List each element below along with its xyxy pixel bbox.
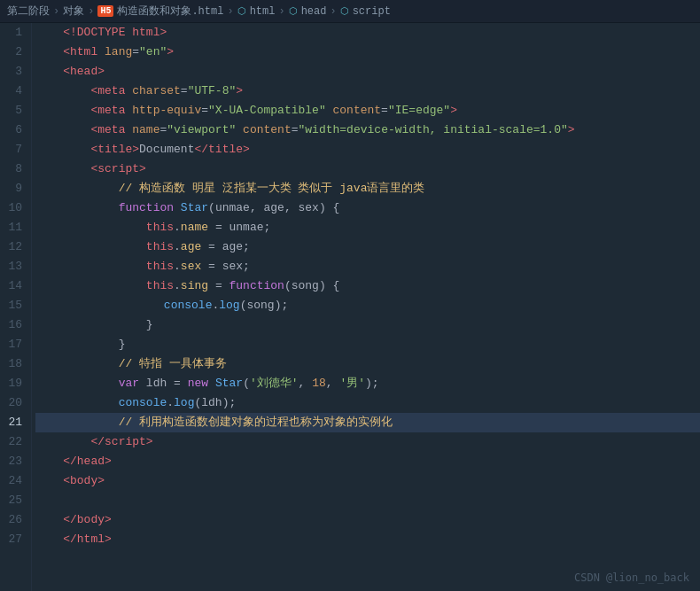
code-line-1: <!DOCTYPE html> (35, 23, 700, 43)
breadcrumb-item-2[interactable]: 对象 (63, 4, 84, 19)
line-num-21: 21 (5, 413, 22, 432)
sep-5: › (330, 5, 336, 18)
html-tag-icon: ⬡ (237, 5, 246, 17)
head-tag-icon: ⬡ (289, 5, 298, 17)
line-num-19: 19 (5, 374, 22, 393)
code-line-15: console.log(song); (35, 296, 700, 315)
sep-1: › (53, 5, 59, 18)
footer-attribution: CSDN @lion_no_back (574, 572, 689, 584)
line-num-1: 1 (5, 23, 22, 43)
breadcrumb-item-5[interactable]: head (301, 5, 327, 18)
code-line-16: } (35, 315, 700, 335)
line-num-27: 27 (5, 530, 22, 549)
code-area: 1 2 3 4 5 6 7 8 9 10 11 12 13 14 15 16 1… (0, 23, 700, 591)
breadcrumb-item-4[interactable]: html (250, 5, 276, 18)
line-num-15: 15 (5, 296, 22, 315)
line-num-23: 23 (5, 452, 22, 471)
code-line-25 (35, 491, 700, 510)
code-line-8: <script> (35, 159, 700, 179)
code-line-20: console.log(ldh); (35, 393, 700, 413)
sep-4: › (278, 5, 284, 18)
line-numbers: 1 2 3 4 5 6 7 8 9 10 11 12 13 14 15 16 1… (0, 23, 32, 591)
code-line-27: </html> (35, 530, 700, 549)
breadcrumb: 第二阶段 › 对象 › H5 构造函数和对象.html › ⬡ html › ⬡… (0, 0, 700, 23)
code-line-26: </body> (35, 510, 700, 530)
code-line-21: // 利用构造函数创建对象的过程也称为对象的实例化 (35, 413, 700, 432)
line-num-8: 8 (5, 159, 22, 179)
code-line-23: </head> (35, 452, 700, 471)
line-num-13: 13 (5, 257, 22, 276)
line-num-2: 2 (5, 43, 22, 62)
code-line-24: <body> (35, 471, 700, 491)
html5-icon: H5 (97, 5, 113, 17)
breadcrumb-item-3[interactable]: 构造函数和对象.html (117, 4, 223, 19)
line-num-25: 25 (5, 491, 22, 510)
code-line-4: <meta charset="UTF-8"> (35, 82, 700, 101)
breadcrumb-item-6[interactable]: script (353, 5, 391, 18)
code-line-17: } (35, 335, 700, 354)
breadcrumb-item-1[interactable]: 第二阶段 (7, 4, 50, 19)
code-line-2: <html lang="en"> (35, 43, 700, 62)
line-num-24: 24 (5, 471, 22, 491)
line-num-16: 16 (5, 315, 22, 335)
code-line-6: <meta name="viewport" content="width=dev… (35, 121, 700, 140)
code-line-14: this.sing = function(song) { (35, 276, 700, 296)
line-num-7: 7 (5, 140, 22, 159)
line-num-14: 14 (5, 276, 22, 296)
line-num-3: 3 (5, 62, 22, 82)
code-line-13: this.sex = sex; (35, 257, 700, 276)
line-num-10: 10 (5, 198, 22, 218)
code-content[interactable]: <!DOCTYPE html> <html lang="en"> <head> … (32, 23, 700, 591)
line-num-5: 5 (5, 101, 22, 121)
line-num-12: 12 (5, 237, 22, 257)
code-line-9: // 构造函数 明星 泛指某一大类 类似于 java语言里的类 (35, 179, 700, 198)
code-line-12: this.age = age; (35, 237, 700, 257)
code-line-5: <meta http-equiv="X-UA-Compatible" conte… (35, 101, 700, 121)
code-line-22: </script> (35, 432, 700, 452)
line-num-6: 6 (5, 121, 22, 140)
line-num-4: 4 (5, 82, 22, 101)
line-num-9: 9 (5, 179, 22, 198)
line-num-20: 20 (5, 393, 22, 413)
line-num-17: 17 (5, 335, 22, 354)
code-line-18: // 特指 一具体事务 (35, 354, 700, 374)
line-num-26: 26 (5, 510, 22, 530)
code-line-7: <title>Document</title> (35, 140, 700, 159)
sep-2: › (88, 5, 94, 18)
code-line-3: <head> (35, 62, 700, 82)
sep-3: › (227, 5, 233, 18)
script-tag-icon: ⬡ (340, 5, 349, 17)
line-num-11: 11 (5, 218, 22, 237)
code-line-10: function Star(unmae, age, sex) { (35, 198, 700, 218)
line-num-22: 22 (5, 432, 22, 452)
code-line-11: this.name = unmae; (35, 218, 700, 237)
line-num-18: 18 (5, 354, 22, 374)
code-line-19: var ldh = new Star('刘德华', 18, '男'); (35, 374, 700, 393)
